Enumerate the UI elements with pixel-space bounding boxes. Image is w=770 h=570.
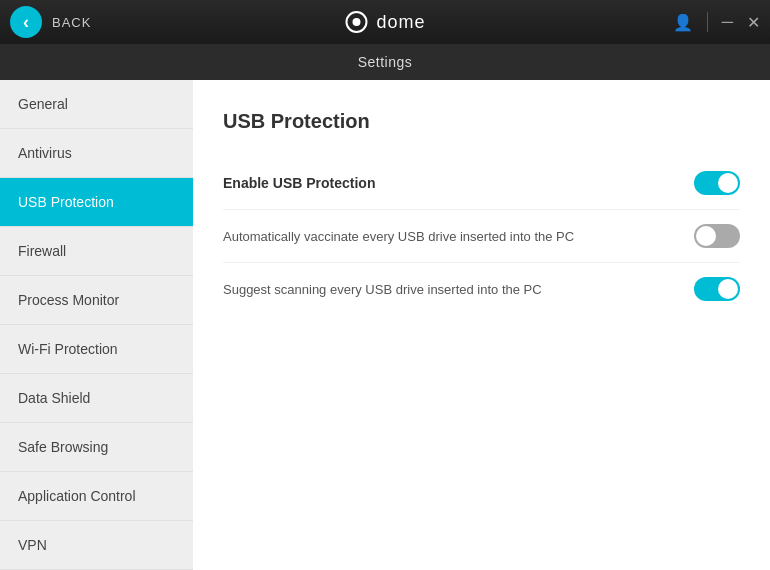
sidebar-item-vpn[interactable]: VPN: [0, 521, 193, 570]
toggle-enable-usb[interactable]: [694, 171, 740, 195]
toggle-knob-suggest-scan: [718, 279, 738, 299]
title-bar: ‹ BACK dome 👤 ─ ✕: [0, 0, 770, 44]
minimize-button[interactable]: ─: [722, 13, 733, 31]
setting-row-auto-vaccinate: Automatically vaccinate every USB drive …: [223, 210, 740, 263]
setting-label-suggest-scan: Suggest scanning every USB drive inserte…: [223, 282, 542, 297]
page-title: USB Protection: [223, 110, 740, 133]
setting-label-enable-usb: Enable USB Protection: [223, 175, 375, 191]
toggle-auto-vaccinate[interactable]: [694, 224, 740, 248]
title-bar-center: dome: [344, 10, 425, 34]
setting-label-auto-vaccinate: Automatically vaccinate every USB drive …: [223, 229, 574, 244]
toggle-suggest-scan[interactable]: [694, 277, 740, 301]
sidebar-item-data-shield[interactable]: Data Shield: [0, 374, 193, 423]
toggle-knob-auto-vaccinate: [696, 226, 716, 246]
sidebar-item-usb-protection[interactable]: USB Protection: [0, 178, 193, 227]
title-bar-right: 👤 ─ ✕: [673, 12, 760, 32]
toggle-knob-enable-usb: [718, 173, 738, 193]
content-area: USB Protection Enable USB Protection Aut…: [193, 80, 770, 570]
settings-label: Settings: [358, 54, 413, 70]
close-button[interactable]: ✕: [747, 13, 760, 32]
sidebar-item-antivirus[interactable]: Antivirus: [0, 129, 193, 178]
sidebar-item-wifi-protection[interactable]: Wi-Fi Protection: [0, 325, 193, 374]
user-icon[interactable]: 👤: [673, 13, 693, 32]
sidebar-item-safe-browsing[interactable]: Safe Browsing: [0, 423, 193, 472]
logo-text: dome: [376, 12, 425, 33]
logo-icon: [344, 10, 368, 34]
sidebar-item-process-monitor[interactable]: Process Monitor: [0, 276, 193, 325]
main-layout: General Antivirus USB Protection Firewal…: [0, 80, 770, 570]
titlebar-divider: [707, 12, 708, 32]
setting-row-enable-usb: Enable USB Protection: [223, 157, 740, 210]
title-bar-left: ‹ BACK: [10, 6, 91, 38]
sidebar-item-firewall[interactable]: Firewall: [0, 227, 193, 276]
back-button[interactable]: ‹: [10, 6, 42, 38]
setting-row-suggest-scan: Suggest scanning every USB drive inserte…: [223, 263, 740, 315]
sidebar-item-application-control[interactable]: Application Control: [0, 472, 193, 521]
svg-point-1: [352, 18, 360, 26]
back-arrow-icon: ‹: [23, 12, 29, 33]
sidebar-item-general[interactable]: General: [0, 80, 193, 129]
back-label: BACK: [52, 15, 91, 30]
sub-header: Settings: [0, 44, 770, 80]
sidebar: General Antivirus USB Protection Firewal…: [0, 80, 193, 570]
